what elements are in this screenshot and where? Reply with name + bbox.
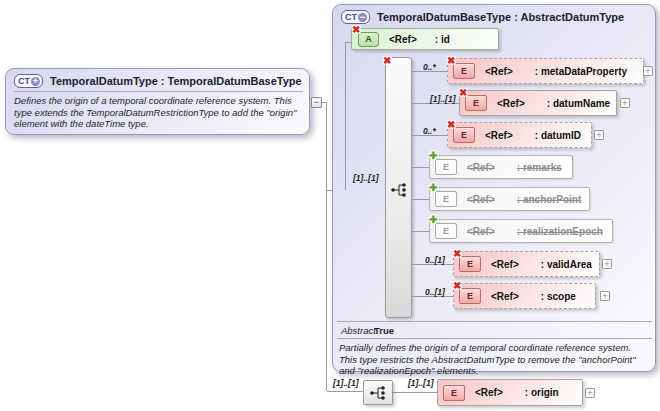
element-row-anchorpoint[interactable]: E ✚ <Ref> : anchorPoint [429,187,590,211]
attribute-row-id[interactable]: A ✖ <Ref> : id [351,28,499,50]
temporal-datum-type-header: CT + TemporalDatumType : TemporalDatumBa… [6,69,309,91]
complex-type-icon: CT − [341,10,370,24]
element-row-realizationepoch[interactable]: E ✚ <Ref> : realizationEpoch [429,219,613,243]
removed-x-icon: ✖ [352,25,360,35]
occurrence-label: [1]..[1] [408,378,434,388]
element-icon: E ✚ [435,223,457,239]
divider [337,338,652,339]
occurrence-label: 0..[1] [425,287,445,297]
abstract-label: Abstract [341,325,376,336]
element-row-datumid[interactable]: E ✖ <Ref> : datumID [447,122,592,148]
occurrence-label: 0..* [423,126,436,136]
element-row-datumname[interactable]: E ✖ <Ref> : datumName [459,90,617,116]
collapse-icon: − [358,13,367,22]
element-icon: E ✖ [453,127,475,143]
element-icon-letter: E [443,194,449,204]
expand-button[interactable]: + [620,98,630,108]
element-icon: E ✖ [459,256,481,272]
element-icon-letter: E [461,66,467,76]
element-icon-letter: E [443,226,449,236]
connector-line [412,199,429,200]
element-name: : remarks [517,162,562,173]
removed-x-icon: ✖ [447,120,455,130]
temporal-datum-type-box[interactable]: CT + TemporalDatumType : TemporalDatumBa… [5,68,310,135]
attribute-name: : id [435,34,450,45]
right-box-description: Partially defines the origin of a tempor… [339,342,651,377]
connector-line [326,102,327,391]
element-row-validarea[interactable]: E ✖ <Ref> : validArea [453,251,600,277]
expand-button[interactable]: + [585,388,595,398]
element-icon-letter: E [461,130,467,140]
expand-button[interactable]: + [643,66,653,76]
element-name: : realizationEpoch [517,226,603,237]
occurrence-label: [1]..[1] [430,94,456,104]
element-row-metadataproperty[interactable]: E ✖ <Ref> : metaDataProperty [447,58,644,84]
element-ref: <Ref> [475,387,503,398]
connector-line [327,391,363,392]
connector-line [412,167,429,168]
element-icon-letter: E [443,162,449,172]
divider [337,321,652,322]
element-name: : metaDataProperty [535,66,627,77]
complex-type-icon: CT + [14,74,43,88]
element-icon-letter: E [467,259,473,269]
element-name: : datumID [535,130,581,141]
complex-type-icon-text: CT [18,76,30,86]
removed-x-icon: ✖ [453,249,461,259]
sequence-icon [390,182,408,198]
abstract-value: True [374,325,394,336]
element-icon: E ✚ [435,159,457,175]
element-ref: <Ref> [485,130,513,141]
element-ref: <Ref> [497,98,525,109]
removed-x-icon: ✖ [459,88,467,98]
element-ref: <Ref> [467,162,495,173]
expand-button[interactable]: + [602,259,612,269]
left-box-description: Defines the origin of a temporal coordin… [14,95,307,130]
element-name: : datumName [547,98,610,109]
attribute-ref: <Ref> [389,34,417,45]
occurrence-label: [1]..[1] [333,378,359,388]
expand-button[interactable]: + [594,130,604,140]
removed-x-icon: ✖ [447,56,455,66]
occurrence-label: 0..* [423,62,436,72]
expand-icon: + [31,77,40,86]
divider [14,91,303,92]
connector-line [393,392,437,393]
added-plus-icon: ✚ [429,183,437,193]
complex-type-icon-text: CT [345,12,357,22]
element-row-origin[interactable]: E <Ref> : origin [437,379,583,406]
element-icon-letter: E [467,291,473,301]
xsd-diagram: CT + TemporalDatumType : TemporalDatumBa… [0,0,660,411]
element-icon: E [443,385,465,401]
element-icon-letter: E [451,388,457,398]
element-name: : anchorPoint [517,194,581,205]
element-ref: <Ref> [485,66,513,77]
element-icon: E ✖ [465,95,487,111]
temporal-datum-base-type-header: CT − TemporalDatumBaseType : AbstractDat… [333,5,655,27]
added-plus-icon: ✚ [429,151,437,161]
element-icon-letter: E [473,98,479,108]
attribute-icon: A ✖ [358,32,379,47]
connector-line [345,42,346,190]
element-icon: E ✚ [435,191,457,207]
element-row-remarks[interactable]: E ✚ <Ref> : remarks [429,155,573,179]
expand-button[interactable]: + [600,291,610,301]
element-name: : validArea [541,259,592,270]
removed-x-icon: ✖ [453,281,461,291]
occurrence-label: [1]..[1] [353,173,379,183]
element-ref: <Ref> [467,194,495,205]
right-box-title: TemporalDatumBaseType : AbstractDatumTyp… [377,11,624,23]
element-name: : origin [525,387,559,398]
left-box-title: TemporalDatumType : TemporalDatumBaseTyp… [50,75,302,87]
added-plus-icon: ✚ [429,215,437,225]
connector-line [412,231,429,232]
element-ref: <Ref> [467,226,495,237]
element-row-scope[interactable]: E ✖ <Ref> : scope [453,283,596,309]
collapse-toggle[interactable]: − [311,97,322,108]
element-name: : scope [541,291,576,302]
element-ref: <Ref> [491,291,519,302]
sequence-icon [369,385,387,401]
element-ref: <Ref> [491,259,519,270]
sequence-compositor[interactable] [363,380,393,405]
attribute-icon-letter: A [365,34,372,44]
